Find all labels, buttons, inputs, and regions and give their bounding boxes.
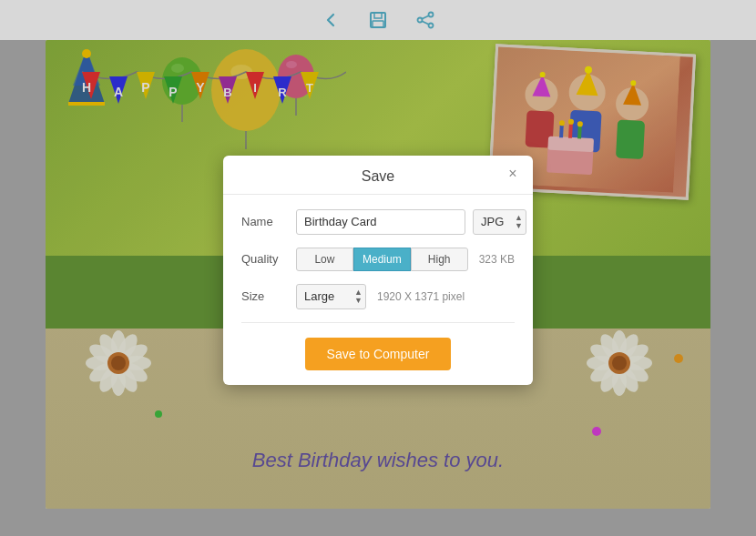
quality-low-button[interactable]: Low — [296, 248, 353, 271]
back-button[interactable] — [316, 5, 345, 35]
format-selector: JPG PNG ▲ ▼ — [473, 209, 526, 235]
save-to-computer-button[interactable]: Save to Computer — [305, 338, 451, 370]
share-icon[interactable] — [411, 5, 440, 35]
name-label: Name — [241, 215, 296, 228]
svg-point-5 — [429, 24, 434, 28]
svg-point-4 — [418, 18, 423, 23]
svg-point-3 — [429, 13, 434, 17]
dialog-divider — [241, 322, 515, 323]
dialog-body: Name JPG PNG ▲ ▼ Quality Low — [223, 195, 533, 385]
size-select[interactable]: Small Medium Large — [296, 284, 366, 309]
dialog-title: Save — [362, 168, 394, 184]
size-selector: Small Medium Large ▲ ▼ — [296, 284, 366, 309]
svg-line-6 — [422, 15, 428, 19]
dialog-header: Save × — [223, 156, 533, 195]
size-row: Size Small Medium Large ▲ ▼ 1920 X 1371 … — [241, 284, 515, 309]
toolbar — [0, 0, 756, 40]
modal-overlay: Save × Name JPG PNG ▲ ▼ — [0, 40, 756, 536]
svg-line-7 — [422, 21, 428, 25]
file-size: 323 KB — [479, 253, 515, 266]
close-button[interactable]: × — [504, 165, 522, 183]
size-dimensions: 1920 X 1371 pixel — [377, 290, 465, 303]
name-input[interactable] — [296, 209, 465, 235]
quality-label: Quality — [241, 252, 296, 266]
save-icon[interactable] — [363, 5, 393, 35]
size-label: Size — [241, 289, 296, 303]
svg-rect-2 — [373, 21, 383, 27]
quality-medium-button[interactable]: Medium — [353, 248, 411, 271]
format-select[interactable]: JPG PNG — [473, 209, 526, 235]
name-row: Name JPG PNG ▲ ▼ — [241, 209, 515, 235]
save-dialog: Save × Name JPG PNG ▲ ▼ — [223, 156, 533, 385]
quality-high-button[interactable]: High — [411, 248, 468, 271]
quality-group: Low Medium High — [296, 248, 468, 271]
quality-row: Quality Low Medium High 323 KB — [241, 248, 515, 271]
